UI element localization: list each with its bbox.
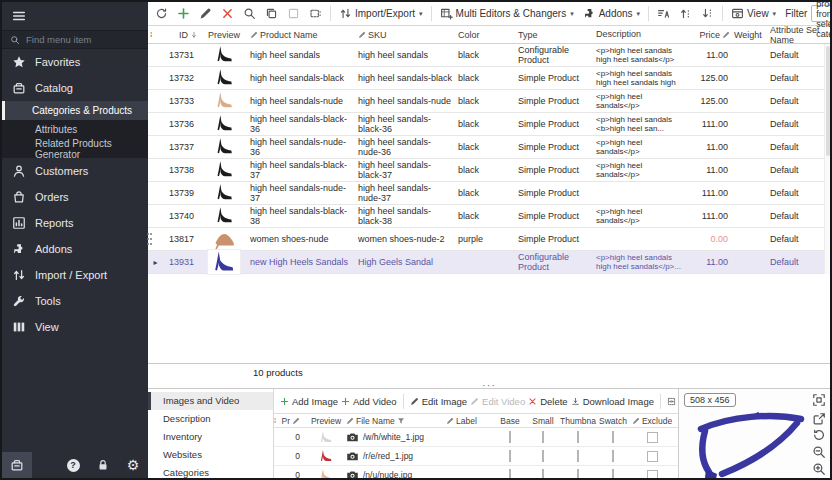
tab-images-and-video[interactable]: Images and Video bbox=[148, 392, 273, 410]
table-row-product-13731[interactable]: 13731high heel sandalshigh heel sandalsb… bbox=[148, 44, 830, 67]
select-cell-button[interactable] bbox=[283, 5, 304, 22]
table-row-product-13736[interactable]: 13736high heel sandals-black-36high heel… bbox=[148, 113, 830, 136]
add-row-button[interactable] bbox=[173, 5, 194, 22]
add-video-button[interactable]: Add Video bbox=[341, 396, 397, 407]
base-checkbox[interactable] bbox=[509, 431, 511, 443]
row-expander[interactable]: ▸ bbox=[148, 258, 163, 267]
fit-screen-button[interactable] bbox=[812, 393, 826, 407]
sidebar-item-view[interactable]: View bbox=[2, 314, 148, 340]
sidebar-item-customers[interactable]: Customers bbox=[2, 158, 148, 184]
view-menu[interactable]: View▾ bbox=[727, 5, 780, 22]
column-header-color[interactable]: Color bbox=[456, 30, 516, 40]
download-image-button[interactable]: Download Image bbox=[571, 396, 654, 407]
tab-inventory[interactable]: Inventory bbox=[148, 428, 273, 446]
zoom-out-button[interactable] bbox=[812, 445, 826, 459]
table-row-product-13817[interactable]: 13817women shoes-nudewomen shoes-nude-2p… bbox=[148, 228, 830, 251]
sidebar-item-catalog[interactable]: Catalog bbox=[2, 75, 148, 101]
rotate-button[interactable] bbox=[812, 428, 826, 442]
column-header-id[interactable]: ID bbox=[163, 30, 200, 40]
exclude-checkbox[interactable] bbox=[647, 470, 658, 480]
small-checkbox[interactable] bbox=[542, 431, 544, 443]
thumbnail-checkbox[interactable] bbox=[577, 450, 579, 462]
search-button[interactable] bbox=[239, 5, 260, 22]
add-image-button[interactable]: Add Image bbox=[280, 396, 338, 407]
column-header-position[interactable]: Pr bbox=[282, 416, 306, 426]
lock-button[interactable] bbox=[88, 452, 118, 478]
delete-image-button[interactable]: Delete bbox=[528, 396, 567, 407]
sidebar-item-import-export[interactable]: Import / Export bbox=[2, 262, 148, 288]
column-header-label[interactable]: Label bbox=[446, 416, 494, 426]
column-header-base[interactable]: Base bbox=[494, 416, 526, 426]
refresh-button[interactable] bbox=[151, 5, 172, 22]
paste-special-button[interactable] bbox=[305, 5, 326, 22]
filter-select[interactable]: Show products from selected categories▾ bbox=[811, 5, 832, 22]
small-checkbox[interactable] bbox=[542, 469, 544, 480]
exclude-checkbox[interactable] bbox=[647, 432, 658, 443]
table-row-product-13732[interactable]: 13732high heel sandals-blackhigh heel sa… bbox=[148, 67, 830, 90]
panel-splitter-handle[interactable] bbox=[147, 231, 153, 247]
grid-scrollbar[interactable] bbox=[824, 44, 830, 274]
sidebar-item-categories-products[interactable]: Categories & Products bbox=[2, 101, 148, 120]
column-header-description[interactable]: Description bbox=[594, 30, 690, 39]
column-header-small[interactable]: Small bbox=[526, 416, 560, 426]
edit-row-button[interactable] bbox=[195, 5, 216, 22]
thumbnail-checkbox[interactable] bbox=[577, 431, 579, 443]
delete-row-button[interactable] bbox=[217, 5, 238, 22]
exclude-checkbox[interactable] bbox=[647, 451, 658, 462]
column-header-sku[interactable]: SKU bbox=[356, 30, 456, 40]
sidebar-item-addons[interactable]: Addons bbox=[2, 236, 148, 262]
multi-editors-menu[interactable]: Multi Editors & Changers▾ bbox=[436, 5, 578, 22]
table-row-product-13931[interactable]: ▸13931new High Heels SandalsHigh Geels S… bbox=[148, 251, 830, 274]
tab-description[interactable]: Description bbox=[148, 410, 273, 428]
table-row-product-13740[interactable]: 13740high heel sandals-black-38high heel… bbox=[148, 205, 830, 228]
sidebar-item-orders[interactable]: Orders bbox=[2, 184, 148, 210]
column-header-image-preview[interactable]: Preview bbox=[306, 416, 346, 426]
column-header-weight[interactable]: Weight bbox=[732, 30, 768, 40]
column-header-price[interactable]: Price bbox=[690, 30, 732, 40]
column-header-swatch[interactable]: Swatch bbox=[596, 416, 630, 426]
column-header-exclude[interactable]: Exclude bbox=[630, 416, 674, 426]
addons-menu[interactable]: Addons▾ bbox=[579, 5, 644, 22]
help-button[interactable]: ? bbox=[58, 452, 88, 478]
sidebar-footer-catalog-button[interactable] bbox=[2, 452, 32, 478]
table-row-image-n-u-nude-jpg[interactable]: 0/n/u/nude.jpg bbox=[274, 466, 678, 480]
column-header-attribute-set[interactable]: Attribute Set Name bbox=[768, 25, 824, 45]
edit-video-button[interactable]: Edit Video bbox=[470, 396, 525, 407]
move-up-button[interactable] bbox=[675, 5, 696, 22]
small-checkbox[interactable] bbox=[542, 450, 544, 462]
column-header-file-name[interactable]: File Name bbox=[346, 416, 446, 426]
table-row-product-13738[interactable]: 13738high heel sandals-black-37high heel… bbox=[148, 159, 830, 182]
column-header-thumbnail[interactable]: Thumbna bbox=[560, 416, 596, 426]
copy-button[interactable] bbox=[261, 5, 282, 22]
table-row-image-w-h-white-1-jpg[interactable]: 0/w/h/white_1.jpg bbox=[274, 428, 678, 447]
edit-image-button[interactable]: Edit Image bbox=[410, 396, 467, 407]
tab-websites[interactable]: Websites bbox=[148, 445, 273, 463]
table-row-product-13737[interactable]: 13737high heel sandals-nude-36high heel … bbox=[148, 136, 830, 159]
sidebar-item-related-products-generator[interactable]: Related Products Generator bbox=[2, 139, 148, 158]
open-external-button[interactable] bbox=[812, 412, 826, 426]
column-header-preview[interactable]: Preview bbox=[200, 30, 248, 40]
zoom-in-button[interactable] bbox=[812, 462, 826, 476]
menu-search-input[interactable] bbox=[26, 34, 140, 45]
settings-button[interactable]: ⚙ bbox=[118, 452, 148, 478]
base-checkbox[interactable] bbox=[509, 450, 511, 462]
horizontal-splitter[interactable]: ··· bbox=[148, 381, 830, 388]
hamburger-menu-icon[interactable] bbox=[12, 9, 26, 23]
base-checkbox[interactable] bbox=[509, 469, 511, 480]
swatch-checkbox[interactable] bbox=[612, 450, 614, 462]
table-row-image-r-e-red-1-jpg[interactable]: 0/r/e/red_1.jpg bbox=[274, 447, 678, 466]
import-export-menu[interactable]: Import/Export▾ bbox=[335, 5, 427, 22]
table-row-product-13733[interactable]: 13733high heel sandals-nudehigh heel san… bbox=[148, 90, 830, 113]
thumbnail-checkbox[interactable] bbox=[577, 469, 579, 480]
tab-categories[interactable]: Categories bbox=[148, 463, 273, 480]
sidebar-item-reports[interactable]: Reports bbox=[2, 210, 148, 236]
sort-alpha-button[interactable] bbox=[653, 5, 674, 22]
swatch-checkbox[interactable] bbox=[612, 431, 614, 443]
sidebar-item-attributes[interactable]: Attributes bbox=[2, 120, 148, 139]
table-row-product-13739[interactable]: 13739high heel sandals-nude-37high heel … bbox=[148, 182, 830, 205]
sidebar-item-tools[interactable]: Tools bbox=[2, 288, 148, 314]
column-header-type[interactable]: Type bbox=[516, 30, 594, 40]
move-down-button[interactable] bbox=[697, 5, 718, 22]
column-header-product-name[interactable]: Product Name bbox=[248, 30, 356, 40]
sidebar-item-favorites[interactable]: Favorites bbox=[2, 49, 148, 75]
